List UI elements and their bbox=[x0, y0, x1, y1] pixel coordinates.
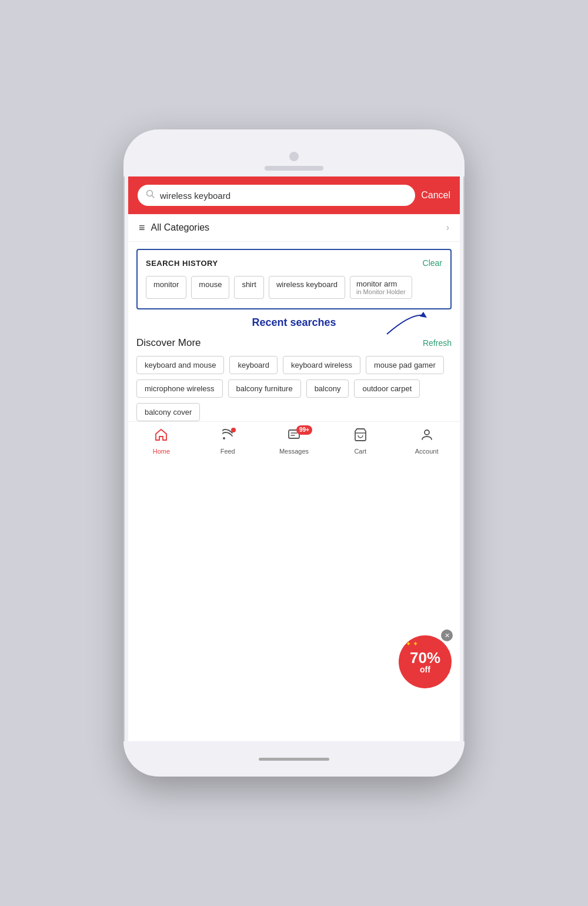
nav-item-account[interactable]: Account bbox=[393, 428, 460, 455]
promo-circle[interactable]: ✦ ✦ 70% off bbox=[399, 635, 452, 688]
history-tag-shirt[interactable]: shirt bbox=[234, 276, 264, 299]
svg-point-3 bbox=[223, 437, 225, 439]
discover-tag-keyboard-and-mouse[interactable]: keyboard and mouse bbox=[136, 356, 224, 374]
cancel-button[interactable]: Cancel bbox=[421, 190, 450, 201]
phone-top bbox=[123, 129, 465, 176]
search-history-box: SEARCH HISTORY Clear monitor mouse shirt… bbox=[136, 249, 452, 309]
discover-tags: keyboard and mouse keyboard keyboard wir… bbox=[136, 356, 452, 421]
history-tags: monitor mouse shirt wireless keyboard mo… bbox=[146, 276, 442, 299]
promo-off: off bbox=[420, 665, 430, 674]
nav-label-feed: Feed bbox=[220, 448, 235, 455]
history-header: SEARCH HISTORY Clear bbox=[146, 258, 442, 268]
arrow-annotation bbox=[381, 311, 428, 340]
history-tag-wireless-keyboard[interactable]: wireless keyboard bbox=[269, 276, 345, 299]
account-icon bbox=[420, 428, 434, 445]
recent-searches-section: Recent searches bbox=[128, 317, 460, 329]
promo-stars: ✦ ✦ bbox=[406, 640, 418, 648]
search-bar: wireless keyboard Cancel bbox=[128, 176, 460, 214]
nav-label-home: Home bbox=[153, 448, 170, 455]
phone-bottom bbox=[123, 741, 465, 777]
phone-camera bbox=[289, 152, 299, 161]
nav-label-account: Account bbox=[415, 448, 439, 455]
discover-tag-mouse-pad-gamer[interactable]: mouse pad gamer bbox=[366, 356, 444, 374]
discover-tag-balcony-cover[interactable]: balcony cover bbox=[136, 403, 200, 421]
messages-badge: 99+ bbox=[296, 425, 312, 435]
discover-tag-microphone-wireless[interactable]: microphone wireless bbox=[136, 379, 223, 398]
discover-tag-keyboard-wireless[interactable]: keyboard wireless bbox=[283, 356, 360, 374]
bottom-nav: Home Feed bbox=[128, 421, 460, 459]
search-input[interactable]: wireless keyboard bbox=[160, 191, 407, 201]
nav-item-cart[interactable]: Cart bbox=[327, 428, 393, 455]
chevron-right-icon: › bbox=[446, 222, 449, 233]
discover-tag-keyboard[interactable]: keyboard bbox=[229, 356, 277, 374]
discover-tag-balcony-furniture[interactable]: balcony furniture bbox=[228, 379, 301, 398]
promo-badge[interactable]: ✕ ✦ ✦ 70% off bbox=[399, 635, 452, 688]
phone-speaker bbox=[265, 166, 323, 171]
nav-item-messages[interactable]: 99+ Messages bbox=[261, 428, 328, 455]
nav-item-feed[interactable]: Feed bbox=[195, 428, 261, 455]
recent-searches-title: Recent searches bbox=[252, 317, 336, 328]
discover-section: Discover More Refresh keyboard and mouse… bbox=[128, 329, 460, 421]
categories-label: All Categories bbox=[151, 222, 210, 233]
phone-frame: wireless keyboard Cancel ≡ All Categorie… bbox=[123, 129, 465, 777]
discover-title: Discover More bbox=[136, 337, 201, 349]
feed-notification-dot bbox=[231, 428, 236, 432]
categories-bar[interactable]: ≡ All Categories › bbox=[128, 214, 460, 242]
search-icon bbox=[146, 189, 155, 201]
svg-line-1 bbox=[152, 196, 155, 198]
tag-sub-text: in Monitor Holder bbox=[356, 288, 406, 295]
home-icon bbox=[154, 428, 168, 445]
history-tag-monitor[interactable]: monitor bbox=[146, 276, 186, 299]
history-tag-mouse[interactable]: mouse bbox=[191, 276, 229, 299]
svg-point-6 bbox=[425, 430, 429, 435]
history-tag-monitor-arm[interactable]: monitor arm in Monitor Holder bbox=[350, 276, 412, 299]
tag-main-text: monitor arm bbox=[356, 279, 397, 288]
search-input-wrapper[interactable]: wireless keyboard bbox=[138, 185, 415, 206]
cart-icon bbox=[353, 428, 368, 445]
clear-history-button[interactable]: Clear bbox=[423, 258, 442, 268]
home-indicator bbox=[259, 758, 329, 761]
search-history-title: SEARCH HISTORY bbox=[146, 259, 218, 268]
phone-screen: wireless keyboard Cancel ≡ All Categorie… bbox=[128, 176, 460, 741]
discover-tag-outdoor-carpet[interactable]: outdoor carpet bbox=[354, 379, 420, 398]
hamburger-icon: ≡ bbox=[139, 222, 145, 233]
nav-label-messages: Messages bbox=[279, 448, 309, 455]
promo-percent: 70% bbox=[410, 650, 440, 665]
nav-label-cart: Cart bbox=[354, 448, 366, 455]
promo-close-button[interactable]: ✕ bbox=[441, 629, 453, 641]
nav-item-home[interactable]: Home bbox=[128, 428, 195, 455]
discover-tag-balcony[interactable]: balcony bbox=[306, 379, 349, 398]
